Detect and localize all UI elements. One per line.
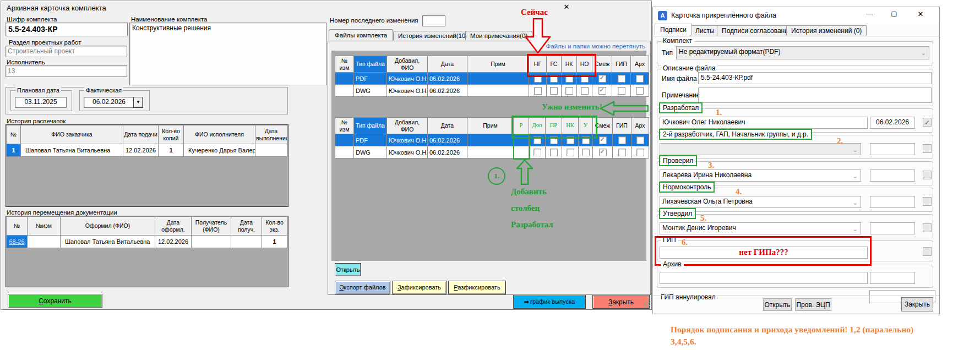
- razrabotal-name-field[interactable]: Ючкович Олег Николаевич: [660, 117, 868, 129]
- normokontrol-checkbox[interactable]: [923, 197, 932, 206]
- date-cell[interactable]: 12.02.2026: [155, 236, 192, 248]
- archive-field[interactable]: [660, 272, 868, 284]
- release-schedule-button[interactable]: ➡график выпуска: [513, 295, 586, 309]
- checkbox-arh[interactable]: [636, 75, 644, 83]
- razrabotal-date-field[interactable]: 06.02.2026: [870, 117, 915, 129]
- utverdil-checkbox[interactable]: [923, 223, 932, 232]
- close-icon[interactable]: ✕: [562, 3, 571, 12]
- close-button[interactable]: Закрыть: [901, 297, 933, 311]
- recv-date-cell[interactable]: [231, 236, 262, 248]
- file-row-pdf[interactable]: PDF Ючкович О.Н. 06.02.2026: [335, 73, 649, 85]
- file-date-cell[interactable]: 06.02.2026: [428, 85, 467, 97]
- done-date-cell[interactable]: [255, 144, 287, 157]
- tab-notes[interactable]: Мои примечания(0): [465, 31, 532, 40]
- checkbox-ng[interactable]: [534, 87, 542, 95]
- fact-date-field[interactable]: 06.02.2026: [84, 97, 134, 108]
- checkbox-nk[interactable]: [567, 136, 574, 144]
- qty-cell[interactable]: 1: [262, 236, 287, 248]
- shifr-field[interactable]: 5.5-24.403-КР: [6, 23, 128, 36]
- close-icon[interactable]: ✕: [911, 10, 930, 21]
- file-date-cell[interactable]: 06.02.2026: [428, 134, 467, 146]
- gip-field[interactable]: нет ГИПа???: [660, 247, 868, 259]
- file-author-cell[interactable]: Ючкович О.Н.: [387, 73, 428, 85]
- izm-cell[interactable]: [28, 236, 61, 248]
- file-date-cell[interactable]: 06.02.2026: [428, 146, 467, 158]
- col-header[interactable]: Тип файла: [354, 118, 387, 134]
- checkbox-gip[interactable]: [618, 87, 625, 95]
- tab-approval-signatures[interactable]: Подписи согласования: [717, 25, 797, 36]
- checkbox-dop[interactable]: [533, 136, 541, 144]
- checkbox-nk[interactable]: [567, 149, 574, 156]
- utverdil-combo[interactable]: Монтик Денис Игоревич ⌄: [660, 222, 861, 234]
- tab-signatures[interactable]: Подписи: [655, 24, 692, 35]
- proveril-combo[interactable]: Лекарева Ирина Николаевна ⌄: [660, 169, 861, 182]
- second-developer-date-field[interactable]: [870, 143, 915, 155]
- proveril-date-field[interactable]: [870, 169, 915, 182]
- export-files-button[interactable]: Экспорт файлов: [335, 281, 390, 294]
- checkbox-u[interactable]: [582, 149, 590, 156]
- gip-checkbox[interactable]: [923, 247, 932, 256]
- file-date-cell[interactable]: 06.02.2026: [428, 73, 467, 85]
- file-type-cell[interactable]: DWG: [354, 146, 387, 158]
- file-author-cell[interactable]: Ючкович О.Н.: [387, 134, 428, 146]
- checkbox-smezh-checked[interactable]: [598, 87, 606, 95]
- customer-cell[interactable]: Шаповал Татьяна Витальевна: [21, 144, 123, 157]
- checkbox-arh[interactable]: [636, 136, 644, 144]
- executor-cell[interactable]: Кучеренко Дарья Валерьевна: [184, 144, 255, 157]
- open-button[interactable]: Открыть: [763, 298, 792, 311]
- file-row-pdf[interactable]: PDF Ючкович О.Н. 06.02.2026: [335, 134, 649, 146]
- checkbox-arh[interactable]: [636, 149, 644, 156]
- checkbox-smezh-checked[interactable]: [598, 75, 606, 83]
- maximize-icon[interactable]: ▢: [886, 10, 902, 21]
- col-header[interactable]: Тип файла: [354, 56, 387, 73]
- checkbox-pr[interactable]: [550, 149, 558, 156]
- checkbox-gip[interactable]: [618, 75, 625, 83]
- filename-field[interactable]: 5.5-24.403-КР.pdf: [698, 72, 932, 84]
- record-link[interactable]: 68-26: [9, 238, 24, 245]
- file-type-cell[interactable]: DWG: [354, 85, 387, 97]
- tab-history[interactable]: История изменений(10): [393, 31, 472, 40]
- second-developer-checkbox[interactable]: [923, 144, 932, 153]
- file-type-cell[interactable]: PDF: [354, 134, 387, 146]
- plan-date-field[interactable]: 03.11.2025: [15, 97, 67, 108]
- checkbox-no[interactable]: [581, 87, 589, 95]
- fix-button[interactable]: Зафиксировать: [392, 281, 447, 294]
- receiver-cell[interactable]: [192, 236, 231, 248]
- author-cell[interactable]: Шаповал Татьяна Витальевна: [61, 236, 155, 248]
- tab-files[interactable]: Файлы комплекта: [329, 29, 393, 41]
- checkbox-gs[interactable]: [550, 75, 558, 83]
- name-field[interactable]: Конструктивные решения: [129, 23, 326, 85]
- checkbox-smezh-checked[interactable]: [599, 149, 607, 156]
- minimize-icon[interactable]: —: [861, 10, 878, 21]
- normokontrol-combo[interactable]: Лихачевская Ольга Петровна ⌄: [660, 196, 861, 208]
- file-type-cell[interactable]: PDF: [354, 73, 387, 85]
- checkbox-dop[interactable]: [533, 149, 541, 156]
- fact-date-dropdown-icon[interactable]: ▼: [133, 97, 143, 108]
- normokontrol-date-field[interactable]: [870, 196, 915, 208]
- resize-grip[interactable]: [644, 302, 650, 308]
- checkbox-no[interactable]: [581, 75, 589, 83]
- checkbox-nk[interactable]: [565, 87, 573, 95]
- tab-change-history[interactable]: История изменений (0): [786, 25, 867, 36]
- razrabotal-checkbox-checked[interactable]: [923, 118, 932, 127]
- save-button[interactable]: Сохранить: [8, 294, 102, 308]
- open-file-button[interactable]: Открыть: [335, 263, 361, 276]
- close-button[interactable]: Закрыть: [592, 295, 650, 309]
- utverdil-date-field[interactable]: [870, 222, 915, 234]
- second-developer-combo[interactable]: ⌄: [660, 143, 861, 155]
- checkbox-pr[interactable]: [550, 136, 558, 144]
- table-row[interactable]: 1 Шаповал Татьяна Витальевна 12.02.2026 …: [7, 144, 287, 157]
- file-author-cell[interactable]: Ючкович О.Н.: [387, 146, 428, 158]
- checkbox-gip[interactable]: [618, 136, 626, 144]
- unfix-button[interactable]: Разфиксировать: [448, 281, 506, 294]
- checkbox-nk[interactable]: [565, 75, 573, 83]
- checkbox-arh[interactable]: [636, 87, 644, 95]
- file-author-cell[interactable]: Ючкович О.Н.: [387, 85, 428, 97]
- checkbox-gs[interactable]: [550, 87, 558, 95]
- file-row-dwg[interactable]: DWG Ючкович О.Н. 06.02.2026: [335, 146, 649, 158]
- tab-sheets[interactable]: Листы: [690, 25, 720, 36]
- checkbox-gip[interactable]: [618, 149, 626, 156]
- file-row-dwg[interactable]: DWG Ючкович О.Н. 06.02.2026: [335, 85, 649, 97]
- date-cell[interactable]: 12.02.2026: [123, 144, 159, 157]
- checkbox-ng[interactable]: [534, 75, 542, 83]
